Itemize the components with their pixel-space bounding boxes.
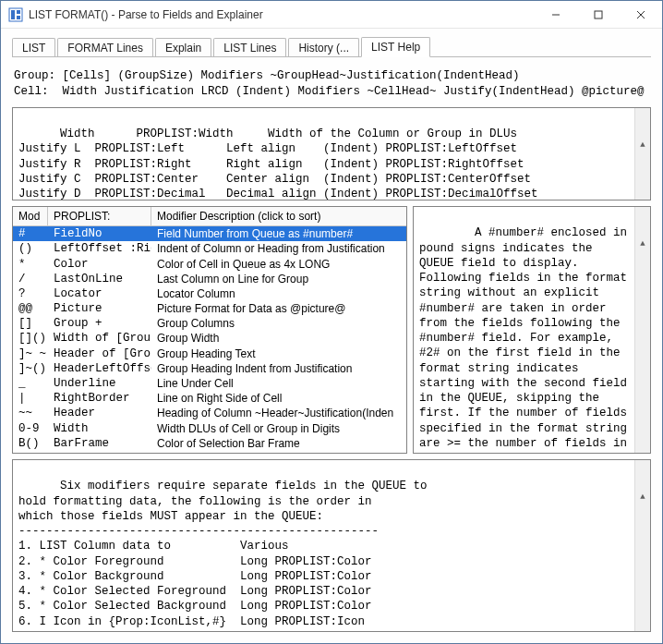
table-row[interactable]: #FieldNoField Number from Queue as #numb… — [13, 226, 406, 241]
grid-body[interactable]: #FieldNoField Number from Queue as #numb… — [13, 226, 406, 453]
main-window: LIST FORMAT() - Parse to Fields and Expl… — [0, 0, 663, 644]
scroll-up-icon[interactable]: ▲ — [635, 138, 650, 153]
tab-list-help[interactable]: LIST Help — [361, 37, 430, 57]
cell-prop: FieldNo — [48, 227, 151, 240]
table-row[interactable]: *ColorColor of Cell in Queue as 4x LONG — [13, 256, 406, 271]
tab-divider — [12, 56, 651, 57]
cell-desc: Line Under Cell — [151, 377, 406, 390]
scrollbar-explain[interactable]: ▲ — [634, 207, 650, 453]
svg-rect-2 — [17, 10, 20, 14]
cell-mod: @@ — [13, 302, 48, 315]
cell-prop: BarFrame — [48, 437, 151, 450]
cell-desc: Heading of Column ~Header~Justification(… — [151, 407, 406, 419]
cell-prop: Header — [48, 407, 151, 419]
cell-mod: 0-9 — [13, 422, 48, 435]
cell-mod: | — [13, 392, 48, 405]
cell-prop: Locator — [48, 287, 151, 300]
svg-rect-1 — [11, 10, 15, 19]
app-icon — [8, 7, 23, 22]
table-row[interactable]: |RightBorderLine on Right Side of Cell — [13, 391, 406, 406]
tab-explain[interactable]: Explain — [155, 38, 211, 57]
cell-prop: LastOnLine — [48, 273, 151, 286]
cell-desc: Color of Selection Bar Frame — [151, 437, 406, 450]
tab-list-lines[interactable]: LIST Lines — [213, 38, 286, 57]
table-row[interactable]: B()BarFrameColor of Selection Bar Frame — [13, 436, 406, 451]
cell-desc: Picture Format for Data as @picture@ — [151, 302, 406, 315]
cell-desc: Line on Right Side of Cell — [151, 392, 406, 405]
cell-desc: Group Heading Text — [151, 347, 406, 360]
cell-desc: Group Heading Indent from Justification — [151, 362, 406, 375]
table-row[interactable]: 0-9WidthWidth DLUs of Cell or Group in D… — [13, 421, 406, 436]
tab-history[interactable]: History (... — [288, 38, 359, 57]
table-row[interactable]: []Group +Group Columns — [13, 316, 406, 331]
cell-desc: Locator Column — [151, 287, 406, 300]
cell-mod: ? — [13, 287, 48, 300]
table-row[interactable]: ]~()HeaderLeftOffseGroup Heading Indent … — [13, 361, 406, 376]
syntax-text: Group: [Cells] (GroupSize) Modifiers ~Gr… — [12, 65, 651, 102]
cell-prop: Header of [Grou — [48, 347, 151, 360]
close-button[interactable] — [620, 1, 662, 29]
svg-rect-5 — [595, 11, 602, 18]
cell-prop: Underline — [48, 377, 151, 390]
table-row[interactable]: @@PicturePicture Format for Data as @pic… — [13, 301, 406, 316]
cell-desc: Last Column on Line for Group — [151, 273, 406, 286]
cell-mod: # — [13, 227, 48, 240]
table-row[interactable]: ()LeftOffset :RigIndent of Column or Hea… — [13, 241, 406, 256]
table-row[interactable]: /LastOnLineLast Column on Line for Group — [13, 272, 406, 286]
col-header-prop[interactable]: PROPLIST: — [48, 207, 151, 225]
queue-order-text: Six modifiers require separate fields in… — [18, 480, 428, 632]
cell-desc: Width DLUs of Cell or Group in Digits — [151, 422, 406, 435]
maximize-button[interactable] — [577, 1, 620, 29]
scroll-up-icon[interactable]: ▲ — [635, 237, 650, 253]
explain-text: A #number# enclosed in pound signs indic… — [419, 226, 634, 454]
cell-mod: [] — [13, 317, 48, 330]
tab-list[interactable]: LIST — [12, 38, 55, 57]
scrollbar-justify[interactable]: ▲ — [634, 108, 650, 200]
cell-mod: * — [13, 258, 48, 271]
svg-rect-3 — [17, 16, 20, 19]
cell-desc: Group Columns — [151, 317, 406, 330]
cell-mod: []() — [13, 332, 48, 345]
window-title: LIST FORMAT() - Parse to Fields and Expl… — [29, 8, 535, 21]
minimize-button[interactable] — [535, 1, 577, 29]
col-header-mod[interactable]: Mod — [13, 207, 48, 225]
cell-prop: Group + — [48, 317, 151, 330]
cell-desc: Color of Cell in Queue as 4x LONG — [151, 258, 406, 271]
titlebar: LIST FORMAT() - Parse to Fields and Expl… — [1, 1, 662, 29]
queue-order-box[interactable]: Six modifiers require separate fields in… — [12, 459, 651, 632]
cell-mod: () — [13, 242, 48, 255]
justify-list-box[interactable]: Width PROPLIST:Width Width of the Column… — [12, 107, 651, 200]
cell-mod: ~~ — [13, 407, 48, 419]
tab-strip: LIST FORMAT Lines Explain LIST Lines His… — [1, 29, 662, 56]
table-row[interactable]: []()Width of [GrouGroup Width — [13, 331, 406, 346]
cell-prop: Picture — [48, 302, 151, 315]
table-row[interactable]: ?LocatorLocator Column — [13, 286, 406, 301]
cell-prop: Width of [Grou — [48, 332, 151, 345]
tab-content: Group: [Cells] (GroupSize) Modifiers ~Gr… — [1, 57, 662, 643]
cell-prop: RightBorder — [48, 392, 151, 405]
table-row[interactable]: _UnderlineLine Under Cell — [13, 376, 406, 391]
cell-prop: LeftOffset :Rig — [48, 242, 151, 255]
col-header-desc[interactable]: Modifier Description (click to sort) — [151, 207, 406, 225]
cell-desc: Indent of Column or Heading from Justifi… — [151, 242, 406, 255]
mid-row: Mod PROPLIST: Modifier Description (clic… — [12, 206, 651, 454]
cell-mod: B() — [13, 437, 48, 450]
justify-list-text: Width PROPLIST:Width Width of the Column… — [18, 128, 573, 200]
cell-mod: _ — [13, 377, 48, 390]
cell-prop: Width — [48, 422, 151, 435]
table-row[interactable]: ~~HeaderHeading of Column ~Header~Justif… — [13, 406, 406, 420]
table-row[interactable]: ]~ ~Header of [GrouGroup Heading Text — [13, 346, 406, 361]
cell-mod: ]~() — [13, 362, 48, 375]
cell-prop: HeaderLeftOffse — [48, 362, 151, 375]
cell-prop: Color — [48, 258, 151, 271]
scroll-up-icon[interactable]: ▲ — [635, 491, 650, 506]
modifier-grid[interactable]: Mod PROPLIST: Modifier Description (clic… — [12, 206, 407, 454]
cell-mod: / — [13, 273, 48, 286]
tab-format-lines[interactable]: FORMAT Lines — [57, 38, 153, 57]
cell-desc: Group Width — [151, 332, 406, 345]
scrollbar-queue[interactable]: ▲ — [634, 460, 650, 631]
cell-desc: Field Number from Queue as #number# — [151, 227, 406, 240]
grid-header: Mod PROPLIST: Modifier Description (clic… — [13, 207, 406, 226]
explain-box[interactable]: A #number# enclosed in pound signs indic… — [413, 206, 651, 454]
cell-mod: ]~ ~ — [13, 347, 48, 360]
